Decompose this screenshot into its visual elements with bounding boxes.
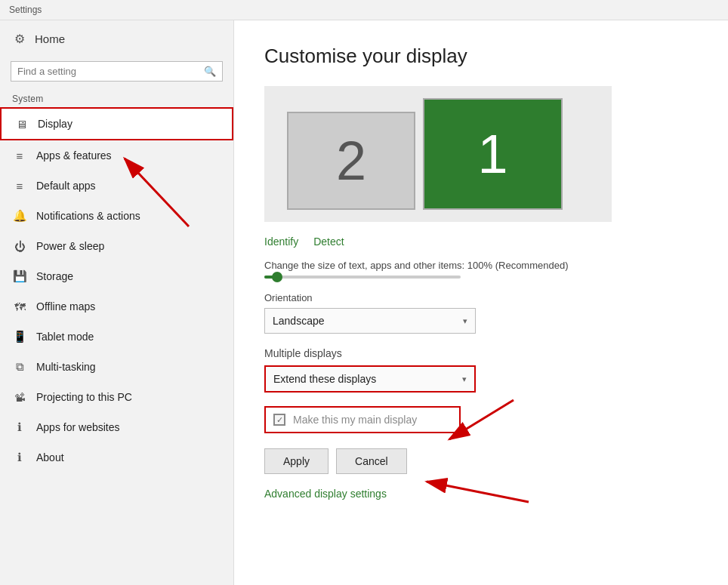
offline-maps-icon: 🗺 (12, 299, 27, 314)
apps-features-icon: ≡ (12, 148, 27, 163)
search-icon: 🔍 (204, 66, 216, 77)
orientation-value: Landscape (273, 315, 325, 327)
multiple-displays-value: Extend these displays (273, 373, 376, 385)
scale-slider-thumb[interactable] (272, 272, 282, 282)
monitor-1-label: 1 (477, 123, 507, 185)
sidebar-item-power-sleep[interactable]: ⏻ Power & sleep (0, 231, 233, 261)
about-icon: ℹ (12, 450, 27, 465)
sidebar-item-notifications[interactable]: 🔔 Notifications & actions (0, 201, 233, 231)
home-button[interactable]: ⚙ Home (0, 20, 233, 57)
orientation-select[interactable]: Landscape ▾ (264, 308, 476, 334)
main-display-checkbox[interactable]: ✓ (273, 414, 285, 426)
checkbox-check-icon: ✓ (276, 415, 283, 425)
sidebar-item-display[interactable]: 🖥 Display (0, 107, 233, 140)
power-sleep-icon: ⏻ (12, 239, 27, 254)
apps-websites-icon: ℹ (12, 420, 27, 435)
orientation-label: Orientation (264, 292, 698, 303)
apply-button[interactable]: Apply (264, 448, 329, 474)
slider-wrap (264, 276, 698, 279)
sidebar-apps-websites-label: Apps for websites (36, 421, 120, 433)
sidebar-notifications-label: Notifications & actions (36, 210, 140, 222)
sidebar-item-default-apps[interactable]: ≡ Default apps (0, 171, 233, 201)
sidebar-apps-features-label: Apps & features (36, 149, 112, 162)
projecting-icon: 📽 (12, 389, 27, 405)
detect-button[interactable]: Detect (313, 236, 344, 248)
multitasking-icon: ⧉ (12, 359, 27, 374)
sidebar-about-label: About (36, 451, 64, 463)
sidebar-multitasking-label: Multi-tasking (36, 361, 96, 373)
sidebar-item-tablet-mode[interactable]: 📱 Tablet mode (0, 322, 233, 352)
buttons-row: Apply Cancel (264, 448, 698, 474)
scale-label: Change the size of text, apps and other … (264, 260, 698, 271)
monitor-1[interactable]: 1 (423, 98, 563, 210)
identify-button[interactable]: Identify (264, 236, 298, 248)
cancel-button[interactable]: Cancel (336, 448, 407, 474)
display-icon: 🖥 (14, 116, 29, 131)
sidebar-item-apps-features[interactable]: ≡ Apps & features (0, 140, 233, 171)
sidebar-projecting-label: Projecting to this PC (36, 391, 132, 403)
sidebar-item-about[interactable]: ℹ About (0, 442, 233, 473)
home-label: Home (35, 32, 65, 45)
main-display-row[interactable]: ✓ Make this my main display (264, 406, 461, 433)
monitor-2[interactable]: 2 (287, 112, 415, 210)
sidebar-tablet-mode-label: Tablet mode (36, 331, 94, 343)
sidebar-item-storage[interactable]: 💾 Storage (0, 261, 233, 291)
search-box[interactable]: 🔍 (11, 61, 223, 82)
search-input[interactable] (17, 66, 199, 77)
notifications-icon: 🔔 (12, 208, 27, 223)
sidebar-item-projecting[interactable]: 📽 Projecting to this PC (0, 382, 233, 412)
multiple-displays-chevron: ▾ (462, 374, 467, 384)
sidebar-offline-maps-label: Offline maps (36, 300, 95, 313)
default-apps-icon: ≡ (12, 178, 27, 193)
home-icon: ⚙ (12, 31, 27, 46)
multiple-displays-select[interactable]: Extend these displays ▾ (264, 365, 476, 393)
sidebar-power-sleep-label: Power & sleep (36, 240, 104, 252)
titlebar-label: Settings (9, 5, 42, 15)
sidebar-storage-label: Storage (36, 270, 73, 282)
search-wrap: 🔍 (0, 57, 233, 89)
display-preview: 2 1 (264, 86, 612, 222)
sidebar-item-multitasking[interactable]: ⧉ Multi-tasking (0, 352, 233, 382)
multiple-displays-label: Multiple displays (264, 347, 698, 359)
sidebar-item-apps-websites[interactable]: ℹ Apps for websites (0, 412, 233, 442)
sidebar-display-label: Display (38, 118, 72, 130)
page-title: Customise your display (264, 45, 698, 68)
main-display-label: Make this my main display (293, 414, 417, 426)
tablet-mode-icon: 📱 (12, 329, 27, 344)
section-label: System (0, 89, 233, 107)
orientation-chevron: ▾ (463, 316, 467, 326)
advanced-display-link[interactable]: Advanced display settings (264, 488, 387, 500)
sidebar-item-offline-maps[interactable]: 🗺 Offline maps (0, 291, 233, 322)
storage-icon: 💾 (12, 269, 27, 284)
scale-slider-track[interactable] (264, 276, 461, 279)
sidebar-default-apps-label: Default apps (36, 180, 96, 192)
main-content: Customise your display 2 1 Identify Dete… (234, 20, 728, 585)
links-row: Identify Detect (264, 236, 698, 248)
monitor-2-label: 2 (336, 130, 366, 192)
sidebar: ⚙ Home 🔍 System 🖥 Display ≡ Apps & featu… (0, 20, 234, 585)
